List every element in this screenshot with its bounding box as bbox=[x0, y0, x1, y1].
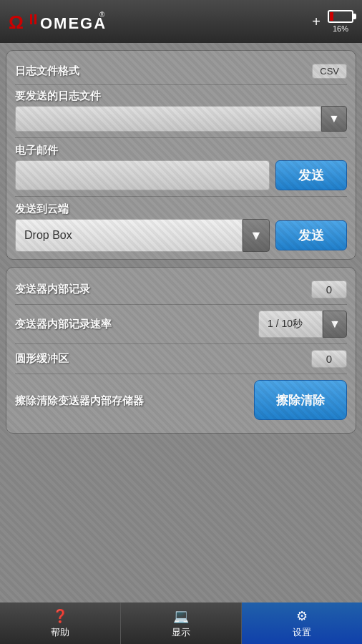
help-icon: ❓ bbox=[52, 608, 68, 624]
erase-row: 擦除清除变送器内部存储器 擦除清除 bbox=[15, 374, 347, 426]
internal-record-value: 0 bbox=[311, 280, 347, 298]
header: Ω OMEGA ® + 16% bbox=[0, 0, 362, 43]
omega-logo: Ω OMEGA ® bbox=[9, 7, 109, 36]
cloud-dropdown-arrow[interactable]: ▼ bbox=[243, 219, 270, 252]
rate-dropdown-arrow[interactable]: ▼ bbox=[323, 311, 347, 338]
rate-select: 1 / 10秒 ▼ bbox=[258, 311, 347, 338]
email-section: 电子邮件 发送 bbox=[15, 137, 347, 196]
svg-text:Ω: Ω bbox=[9, 11, 24, 33]
email-send-button[interactable]: 发送 bbox=[275, 160, 347, 190]
card-log-settings: 日志文件格式 CSV 要发送的日志文件 ▼ 电子邮件 发送 发送到云端 Drop bbox=[6, 50, 356, 260]
settings-label: 设置 bbox=[293, 626, 311, 639]
cloud-label: 发送到云端 bbox=[15, 203, 69, 215]
log-format-value: CSV bbox=[312, 64, 347, 79]
log-file-select-row: ▼ bbox=[15, 106, 347, 132]
main-content: 日志文件格式 CSV 要发送的日志文件 ▼ 电子邮件 发送 发送到云端 Drop bbox=[0, 43, 362, 441]
battery-percent: 16% bbox=[333, 24, 348, 33]
record-rate-row: 变送器内部记录速率 1 / 10秒 ▼ bbox=[15, 305, 347, 344]
cloud-dropdown: Drop Box ▼ bbox=[15, 219, 270, 252]
bottom-nav: ❓ 帮助 💻 显示 ⚙ 设置 bbox=[0, 602, 362, 644]
svg-rect-2 bbox=[34, 14, 36, 24]
battery-status: 16% bbox=[328, 10, 353, 33]
log-file-label: 要发送的日志文件 bbox=[15, 89, 101, 102]
log-file-input[interactable] bbox=[15, 106, 321, 132]
nav-display[interactable]: 💻 显示 bbox=[121, 602, 242, 644]
record-rate-label: 变送器内部记录速率 bbox=[15, 318, 258, 331]
settings-icon: ⚙ bbox=[296, 608, 308, 624]
log-format-row: 日志文件格式 CSV bbox=[15, 58, 347, 85]
internal-record-label: 变送器内部记录 bbox=[15, 283, 311, 296]
circular-buffer-value: 0 bbox=[311, 350, 347, 368]
log-format-label: 日志文件格式 bbox=[15, 64, 312, 78]
circular-buffer-label: 圆形缓冲区 bbox=[15, 352, 311, 366]
display-icon: 💻 bbox=[173, 608, 189, 624]
cloud-row: Drop Box ▼ 发送 bbox=[15, 219, 347, 252]
rate-value[interactable]: 1 / 10秒 bbox=[258, 311, 323, 338]
cloud-section: 发送到云端 Drop Box ▼ 发送 bbox=[15, 196, 347, 252]
log-file-section: 要发送的日志文件 ▼ bbox=[15, 85, 347, 137]
card-internal-records: 变送器内部记录 0 变送器内部记录速率 1 / 10秒 ▼ 圆形缓冲区 0 擦除… bbox=[6, 267, 356, 434]
email-label: 电子邮件 bbox=[15, 144, 58, 156]
svg-text:®: ® bbox=[99, 11, 105, 19]
internal-record-row: 变送器内部记录 0 bbox=[15, 275, 347, 305]
nav-settings[interactable]: ⚙ 设置 bbox=[242, 602, 362, 644]
display-label: 显示 bbox=[172, 626, 190, 639]
svg-rect-1 bbox=[30, 14, 32, 24]
erase-button[interactable]: 擦除清除 bbox=[254, 380, 347, 420]
circular-buffer-row: 圆形缓冲区 0 bbox=[15, 344, 347, 374]
header-right: + 16% bbox=[312, 10, 353, 33]
email-input[interactable] bbox=[15, 160, 270, 190]
dropbox-option[interactable]: Drop Box bbox=[15, 219, 243, 252]
log-file-dropdown-arrow[interactable]: ▼ bbox=[321, 106, 347, 132]
cloud-send-button[interactable]: 发送 bbox=[275, 220, 347, 250]
bluetooth-icon: + bbox=[312, 14, 321, 30]
help-label: 帮助 bbox=[51, 626, 69, 639]
svg-text:OMEGA: OMEGA bbox=[40, 14, 107, 32]
battery-icon bbox=[328, 10, 353, 23]
erase-label: 擦除清除变送器内部存储器 bbox=[15, 393, 254, 408]
email-row: 发送 bbox=[15, 160, 347, 190]
logo: Ω OMEGA ® bbox=[9, 7, 109, 36]
nav-help[interactable]: ❓ 帮助 bbox=[0, 602, 121, 644]
